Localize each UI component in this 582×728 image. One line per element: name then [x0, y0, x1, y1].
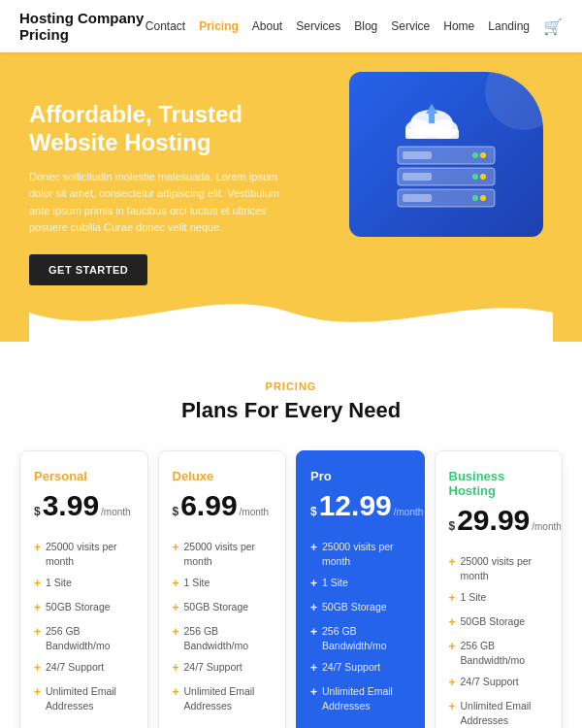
feature-item: 25000 visits per month [310, 536, 410, 572]
nav-link-services[interactable]: Services [296, 19, 340, 33]
feature-item: 256 GB Bandwidth/mo [173, 620, 273, 656]
nav-link-about[interactable]: About [252, 19, 282, 33]
plan-name-deluxe: Deluxe [173, 469, 273, 483]
nav-link-home[interactable]: Home [443, 19, 474, 33]
plan-card-personal: Personal $ 3.99 /month 25000 visits per … [19, 450, 148, 728]
feature-item: Unlimited Email Addresses [310, 680, 410, 716]
svg-point-8 [472, 152, 478, 158]
period-personal: /month [101, 507, 131, 517]
plan-card-deluxe: Deluxe $ 6.99 /month 25000 visits per mo… [158, 450, 287, 728]
svg-point-12 [472, 174, 478, 180]
plan-price-personal: $ 3.99 /month [34, 491, 134, 520]
svg-rect-5 [429, 114, 435, 123]
plan-card-pro: Pro $ 12.99 /month 25000 visits per mont… [296, 450, 425, 728]
svg-point-17 [480, 195, 486, 201]
plan-name-pro: Pro [310, 469, 410, 483]
feature-item: 25000 visits per month [449, 550, 549, 586]
plan-name-business: Business Hosting [449, 469, 549, 498]
feature-item: 24/7 Support [173, 656, 273, 680]
feature-item: 50GB Storage [449, 611, 549, 635]
hero-description: Donec sollicitudin molestie malesuada. L… [29, 169, 281, 237]
currency-personal: $ [34, 505, 41, 518]
feature-item: 1 Site [173, 572, 273, 596]
hero-heading: Affordable, Trusted Website Hosting [29, 101, 281, 157]
svg-rect-11 [403, 173, 432, 181]
feature-item: 24/7 Support [449, 671, 549, 695]
feature-item: Unlimited Email Addresses [173, 680, 273, 716]
svg-point-9 [480, 152, 486, 158]
feature-item: 50GB Storage [34, 596, 134, 620]
nav-logo: Hosting Company Pricing [19, 10, 146, 43]
svg-rect-7 [403, 151, 432, 159]
plan-price-pro: $ 12.99 /month [310, 491, 410, 520]
svg-rect-15 [403, 194, 432, 202]
feature-item: 256 GB Bandwidth/mo [449, 635, 549, 671]
pricing-section: PRICING Plans For Every Need Personal $ … [0, 342, 582, 728]
nav-link-blog[interactable]: Blog [354, 19, 377, 33]
svg-point-16 [472, 195, 478, 201]
nav-link-pricing[interactable]: Pricing [199, 19, 239, 33]
amount-deluxe: 6.99 [180, 491, 237, 520]
feature-item: 50GB Storage [310, 596, 410, 620]
amount-business: 29.99 [457, 506, 530, 535]
svg-marker-4 [426, 104, 437, 114]
hero-content: Affordable, Trusted Website Hosting Done… [29, 101, 281, 285]
pricing-cards: Personal $ 3.99 /month 25000 visits per … [19, 450, 563, 728]
plan-card-business: Business Hosting $ 29.99 /month 25000 vi… [435, 450, 564, 728]
period-deluxe: /month [240, 507, 270, 517]
nav-link-landing[interactable]: Landing [488, 19, 530, 33]
amount-personal: 3.99 [43, 491, 99, 520]
feature-item: 25000 visits per month [34, 536, 134, 572]
plan-name-personal: Personal [34, 469, 134, 483]
plan-price-deluxe: $ 6.99 /month [173, 491, 273, 520]
currency-pro: $ [310, 505, 317, 518]
hero-section: Affordable, Trusted Website Hosting Done… [0, 52, 582, 342]
features-pro: 25000 visits per month 1 Site 50GB Stora… [310, 536, 410, 717]
period-pro: /month [394, 507, 424, 517]
features-deluxe: 25000 visits per month 1 Site 50GB Stora… [173, 536, 273, 717]
period-business: /month [532, 521, 562, 532]
hero-image [349, 72, 563, 237]
feature-item: 1 Site [34, 572, 134, 596]
feature-item: 24/7 Support [34, 656, 134, 680]
navbar: Hosting Company Pricing Contact Pricing … [0, 0, 582, 52]
feature-item: 25000 visits per month [173, 536, 273, 572]
feature-item: 50GB Storage [173, 596, 273, 620]
feature-item: 1 Site [449, 586, 549, 611]
svg-point-13 [480, 174, 486, 180]
cart-icon[interactable]: 🛒 [543, 17, 563, 36]
currency-deluxe: $ [173, 505, 179, 518]
nav-links: Contact Pricing About Services Blog Serv… [146, 17, 563, 36]
amount-pro: 12.99 [319, 491, 392, 520]
pricing-label: PRICING [19, 381, 563, 392]
feature-item: 24/7 Support [310, 656, 410, 680]
feature-item: 256 GB Bandwidth/mo [310, 620, 410, 656]
nav-link-contact[interactable]: Contact [146, 19, 185, 33]
hero-cta-button[interactable]: GET STARTED [29, 254, 147, 285]
feature-item: Unlimited Email Addresses [449, 695, 549, 728]
svg-rect-3 [405, 129, 459, 139]
server-illustration [378, 86, 514, 222]
hero-wave [29, 283, 553, 342]
feature-item: Unlimited Email Addresses [34, 680, 134, 716]
pricing-title: Plans For Every Need [19, 398, 563, 423]
features-personal: 25000 visits per month 1 Site 50GB Stora… [34, 536, 134, 717]
feature-item: 256 GB Bandwidth/mo [34, 620, 134, 656]
currency-business: $ [449, 519, 456, 533]
feature-item: 1 Site [310, 572, 410, 596]
plan-price-business: $ 29.99 /month [449, 506, 549, 535]
nav-link-service[interactable]: Service [391, 19, 430, 33]
features-business: 25000 visits per month 1 Site 50GB Stora… [449, 550, 549, 728]
